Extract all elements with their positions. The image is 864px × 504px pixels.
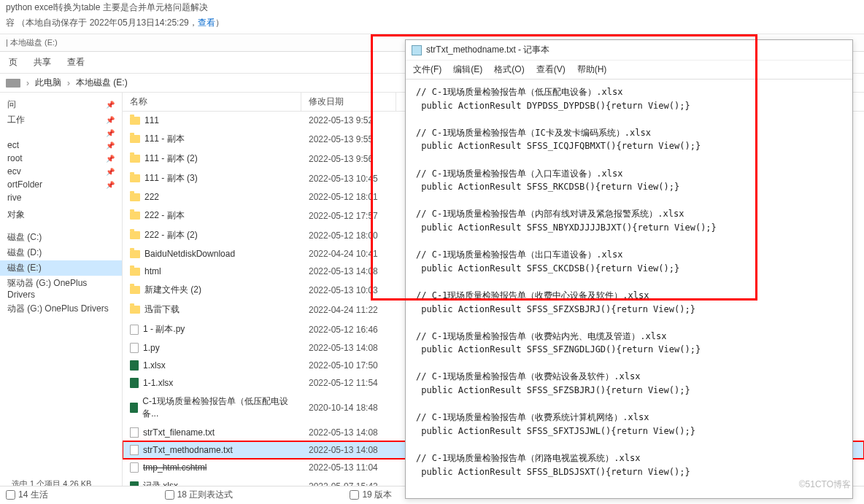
folder-icon: [130, 174, 140, 182]
file-date: 2022-05-13 14:08: [301, 340, 396, 356]
autosave-main: （本地自动保存于 2022年05月13日14:25:29，: [17, 18, 197, 28]
file-name: 222 - 副本: [144, 209, 185, 222]
folder-icon: [130, 155, 140, 163]
nav-item[interactable]: 📌: [0, 128, 122, 139]
folder-icon: [130, 306, 140, 314]
file-name: 222: [144, 192, 159, 202]
navigation-pane: 问📌工作📌📌ect📌root📌ecv📌ortFolder📌rive对象 磁盘 (…: [0, 93, 123, 491]
nav-item[interactable]: root📌: [0, 152, 122, 165]
file-name: 1-1.xlsx: [143, 378, 173, 388]
menu-format[interactable]: 格式(O): [494, 63, 524, 76]
file-name: 111 - 副本 (2): [144, 152, 198, 165]
nav-item[interactable]: rive: [0, 191, 122, 204]
notepad-titlebar[interactable]: strTxt_methodname.txt - 记事本: [406, 40, 852, 61]
drive-item[interactable]: 驱动器 (G:) OnePlus Drivers: [0, 276, 122, 301]
text-icon: [130, 427, 139, 438]
excel-icon: [130, 360, 139, 371]
nav-item[interactable]: ect📌: [0, 139, 122, 152]
folder-icon: [130, 268, 140, 276]
tab-view[interactable]: 查看: [67, 56, 85, 69]
file-date: 2022-04-24 11:22: [301, 302, 396, 318]
file-date: 2022-05-13 10:45: [301, 171, 396, 187]
chevron-right-icon[interactable]: ›: [26, 78, 29, 88]
crumb-pc[interactable]: 此电脑: [35, 77, 61, 89]
autosave-suffix: ）: [215, 18, 224, 28]
check-life[interactable]: 14 生活: [6, 489, 48, 501]
file-date: 2022-05-13 11:04: [301, 460, 396, 476]
drive-item[interactable]: 磁盘 (D:): [0, 245, 122, 260]
pin-icon: 📌: [106, 141, 115, 150]
file-date: 2022-05-12 18:00: [301, 228, 396, 244]
check-version[interactable]: 19 版本: [350, 489, 392, 501]
file-date: 2022-04-24 10:41: [301, 246, 396, 262]
file-name: tmp_html.cshtml: [143, 462, 207, 473]
menu-file[interactable]: 文件(F): [413, 63, 441, 76]
file-icon: [130, 462, 139, 473]
file-name: 迅雷下载: [144, 303, 180, 316]
file-date: 2022-05-13 14:08: [301, 263, 396, 279]
tab-share[interactable]: 共享: [34, 56, 51, 69]
notepad-window: strTxt_methodname.txt - 记事本 文件(F) 编辑(E) …: [405, 39, 853, 499]
menu-help[interactable]: 帮助(H): [577, 63, 607, 76]
folder-icon: [130, 250, 140, 258]
file-name: 111 - 副本 (3): [144, 172, 198, 185]
file-date: 2022-05-12 17:57: [301, 208, 396, 224]
file-name: 1 - 副本.py: [143, 323, 185, 336]
nav-item[interactable]: 工作📌: [0, 112, 122, 128]
chevron-right-icon[interactable]: ›: [67, 78, 70, 88]
autosave-view-link[interactable]: 查看: [198, 18, 215, 28]
watermark: ©51CTO博客: [799, 478, 851, 491]
crumb-drive[interactable]: 本地磁盘 (E:): [76, 77, 128, 89]
notepad-title-text: strTxt_methodname.txt - 记事本: [426, 44, 549, 56]
file-name: 新建文件夹 (2): [144, 284, 201, 296]
file-date: 2022-05-13 14:08: [301, 424, 396, 441]
pin-icon: 📌: [106, 168, 115, 176]
file-name: 111: [144, 115, 159, 125]
drive-icon: [6, 79, 20, 88]
file-name: 1.py: [143, 343, 160, 353]
col-header-name[interactable]: 名称: [123, 93, 301, 111]
notepad-menu: 文件(F) 编辑(E) 格式(O) 查看(V) 帮助(H): [406, 61, 852, 80]
menu-view[interactable]: 查看(V): [536, 63, 566, 76]
folder-icon: [130, 193, 140, 201]
file-date: 2022-05-12 16:46: [301, 322, 396, 338]
nav-item[interactable]: 问📌: [0, 97, 122, 112]
folder-icon: [130, 231, 140, 239]
notepad-content[interactable]: // C-1现场质量检验报告单（低压配电设备）.xlsx public Acti…: [406, 80, 852, 484]
file-icon: [130, 343, 139, 353]
folder-icon: [130, 212, 140, 220]
file-name: 111 - 副本: [144, 133, 185, 145]
nav-item[interactable]: 对象: [0, 207, 122, 222]
file-date: 2022-05-12 18:01: [301, 189, 396, 205]
tab-page[interactable]: 页: [9, 56, 18, 69]
pin-icon: 📌: [106, 129, 115, 137]
folder-icon: [130, 117, 140, 125]
excel-icon: [130, 378, 139, 388]
folder-icon: [130, 286, 140, 294]
folder-icon: [130, 135, 140, 143]
text-icon: [130, 445, 139, 455]
autosave-prefix: 容: [6, 18, 15, 28]
page-top-title: python excel转换为table 主要是合并单元格问题解决: [0, 0, 864, 15]
file-date: 2022-05-13 10:03: [301, 282, 396, 298]
file-date: 2022-05-13 9:56: [301, 151, 396, 167]
nav-item[interactable]: ortFolder📌: [0, 178, 122, 191]
col-header-date[interactable]: 修改日期: [301, 93, 396, 111]
drive-item[interactable]: 动器 (G:) OnePlus Drivers: [0, 301, 122, 317]
pin-icon: 📌: [106, 101, 115, 109]
notepad-icon: [412, 45, 422, 55]
drive-item[interactable]: 磁盘 (E:): [0, 260, 122, 276]
file-date: 2022-05-13 9:52: [301, 112, 396, 128]
pin-icon: 📌: [106, 116, 115, 124]
file-date: 2022-05-13 9:55: [301, 131, 396, 147]
menu-edit[interactable]: 编辑(E): [453, 63, 482, 76]
file-icon: [130, 325, 139, 335]
file-date: 2022-05-12 11:54: [301, 375, 396, 391]
drive-item[interactable]: 磁盘 (C:): [0, 230, 122, 245]
check-regex[interactable]: 18 正则表达式: [165, 489, 234, 501]
excel-icon: [130, 403, 138, 413]
file-date: 2020-10-14 18:48: [301, 400, 396, 416]
nav-item[interactable]: ecv📌: [0, 165, 122, 178]
file-date: 2022-05-13 14:08: [301, 442, 396, 458]
file-name: 222 - 副本 (2): [144, 229, 198, 241]
